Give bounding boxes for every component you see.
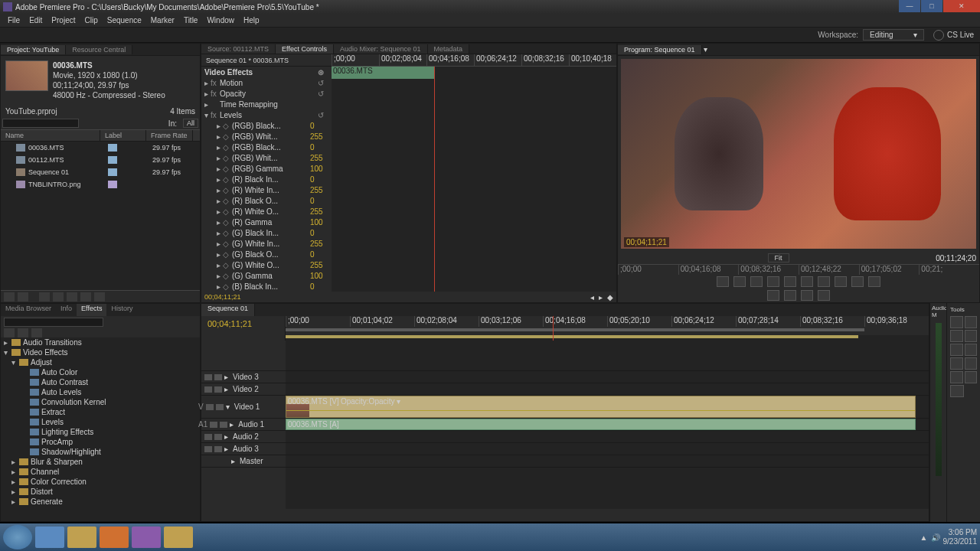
prev-edit-button[interactable] [801, 290, 813, 301]
track-v2[interactable] [286, 383, 929, 396]
in-filter[interactable]: All [183, 119, 198, 128]
levels-param[interactable]: ▸◇(RGB) Gamma100 [201, 163, 332, 174]
step-back-button[interactable] [767, 276, 779, 287]
levels-param[interactable]: ▸◇(R) White In...255 [201, 184, 332, 195]
find-icon[interactable] [53, 292, 64, 302]
effect-levels[interactable]: ▾fxLevels↺ [201, 109, 332, 120]
ec-timecode[interactable]: 00;04;11;21 [204, 293, 241, 301]
levels-param[interactable]: ▸◇(B) Black In...0 [201, 281, 332, 292]
tab-info[interactable]: Info [56, 304, 77, 316]
clip-v1[interactable]: 00036.MTS [V] Opacity:Opacity ▾ [286, 396, 916, 418]
levels-param[interactable]: ▸◇(G) Gamma100 [201, 270, 332, 281]
menu-sequence[interactable]: Sequence [103, 16, 146, 24]
effects-tree-item[interactable]: Shadow/Highlight [1, 447, 200, 457]
next-edit-button[interactable] [818, 290, 830, 301]
levels-param[interactable]: ▸◇(RGB) Whit...255 [201, 152, 332, 163]
track-head-a2[interactable]: ▸Audio 2 [201, 431, 286, 443]
menu-file[interactable]: File [3, 16, 24, 24]
zoom-fit[interactable]: Fit [768, 253, 789, 262]
track-v3[interactable] [286, 371, 929, 383]
add-keyframe-icon[interactable]: ◆ [607, 293, 613, 302]
mark-out-button[interactable] [733, 276, 746, 287]
work-area-bar[interactable] [286, 327, 929, 333]
clip-thumbnail[interactable] [5, 60, 48, 91]
tab-project[interactable]: Project: YouTube [1, 45, 66, 54]
list-item[interactable]: Sequence 0129.97 fps [1, 166, 200, 178]
track-a1[interactable]: 00036.MTS [A] [286, 419, 929, 431]
menu-clip[interactable]: Clip [80, 16, 102, 24]
tab-history[interactable]: History [106, 304, 137, 316]
start-button[interactable] [3, 525, 32, 549]
ec-ruler[interactable]: ;00;0000;02;08;0400;04;16;0800;06;24;120… [332, 54, 616, 67]
preset-bin-icon[interactable] [4, 328, 15, 337]
rate-stretch-tool[interactable] [950, 344, 963, 356]
export-frame-button[interactable] [868, 276, 880, 287]
workspace-selector[interactable]: Editing▾ [863, 29, 924, 41]
levels-param[interactable]: ▸◇(G) White In...255 [201, 238, 332, 249]
menu-help[interactable]: Help [239, 16, 264, 24]
list-item[interactable]: 00112.MTS29.97 fps [1, 154, 200, 166]
tray-icon[interactable]: 🔊 [931, 533, 940, 542]
menu-window[interactable]: Window [202, 16, 239, 24]
effects-tree-item[interactable]: ▾Adjust [1, 357, 200, 367]
list-view-icon[interactable] [4, 292, 15, 302]
levels-param[interactable]: ▸◇(RGB) Black...0 [201, 142, 332, 152]
effects-tree-item[interactable]: ▾Video Effects [1, 347, 200, 357]
effects-tree-item[interactable]: Levels [1, 417, 200, 427]
extract-button[interactable] [784, 290, 796, 301]
selection-tool[interactable] [950, 316, 963, 328]
goto-in-button[interactable] [750, 276, 763, 287]
list-item[interactable]: TNBLINTRO.png [1, 178, 200, 191]
trash-icon[interactable] [94, 292, 105, 302]
timeline-timecode[interactable]: 00;04;11;21 [201, 316, 285, 331]
effects-tree-item[interactable]: ▸Audio Transitions [1, 337, 200, 347]
tab-source[interactable]: Source: 00112.MTS [201, 44, 276, 54]
track-select-tool[interactable] [965, 316, 978, 328]
pen-tool[interactable] [950, 371, 963, 383]
effects-tree-item[interactable]: Lighting Effects [1, 427, 200, 437]
effects-tree-item[interactable]: Auto Contrast [1, 377, 200, 387]
effects-tree-item[interactable]: Auto Color [1, 367, 200, 377]
step-fwd-button[interactable] [801, 276, 813, 287]
track-head-v1[interactable]: V▾Video 1 [201, 396, 286, 419]
program-video[interactable]: 00;04;11;21 [621, 59, 976, 249]
cslive-button[interactable]: CS Live [947, 31, 974, 39]
levels-param[interactable]: ▸◇(G) Black In...0 [201, 227, 332, 238]
tab-media-browser[interactable]: Media Browser [1, 304, 56, 316]
program-ruler[interactable]: ;00;0000;04;16;0800;08;32;1600;12;48;220… [618, 264, 979, 275]
levels-param[interactable]: ▸◇(RGB) Whit...255 [201, 131, 332, 142]
tab-metadata[interactable]: Metadata [428, 44, 470, 54]
effects-tree-item[interactable]: ▸Generate [1, 497, 200, 507]
new-bin-icon[interactable] [67, 292, 77, 302]
levels-param[interactable]: ▸◇(R) Black In...0 [201, 174, 332, 184]
safe-margins-button[interactable] [851, 276, 864, 287]
levels-param[interactable]: ▸◇(R) White O...255 [201, 206, 332, 217]
timeline-zoom-bar[interactable] [201, 509, 929, 521]
taskbar-premiere-icon[interactable] [132, 527, 161, 548]
effect-time-remapping[interactable]: ▸Time Remapping [201, 99, 332, 109]
effects-tree-item[interactable]: Convolution Kernel [1, 397, 200, 407]
rolling-tool[interactable] [965, 330, 978, 342]
track-head-v2[interactable]: ▸Video 2 [201, 383, 286, 396]
hand-tool[interactable] [965, 371, 978, 383]
track-head-a3[interactable]: ▸Audio 3 [201, 443, 286, 455]
effects-tree-item[interactable]: Auto Levels [1, 387, 200, 397]
ripple-tool[interactable] [950, 330, 963, 342]
tab-sequence[interactable]: Sequence 01 [201, 304, 255, 316]
taskbar-ie-icon[interactable] [35, 527, 64, 548]
tab-audio-mixer[interactable]: Audio Mixer: Sequence 01 [334, 44, 428, 54]
effects-tree-item[interactable]: ProcAmp [1, 437, 200, 447]
track-head-v3[interactable]: ▸Video 3 [201, 371, 286, 383]
search-icon[interactable] [933, 30, 944, 41]
icon-view-icon[interactable] [18, 292, 28, 302]
ec-playhead[interactable] [434, 67, 435, 292]
effects-tree-item[interactable]: ▸Color Correction [1, 477, 200, 487]
menu-project[interactable]: Project [47, 16, 80, 24]
zoom-tool[interactable] [950, 385, 964, 397]
levels-param[interactable]: ▸◇(R) Gamma100 [201, 217, 332, 227]
effects-tree-item[interactable]: ▸Channel [1, 467, 200, 477]
levels-param[interactable]: ▸◇(RGB) Black...0 [201, 120, 332, 131]
effects-tree-item[interactable]: ▸Blur & Sharpen [1, 457, 200, 467]
lift-button[interactable] [767, 290, 779, 301]
tab-effects[interactable]: Effects [77, 304, 106, 316]
